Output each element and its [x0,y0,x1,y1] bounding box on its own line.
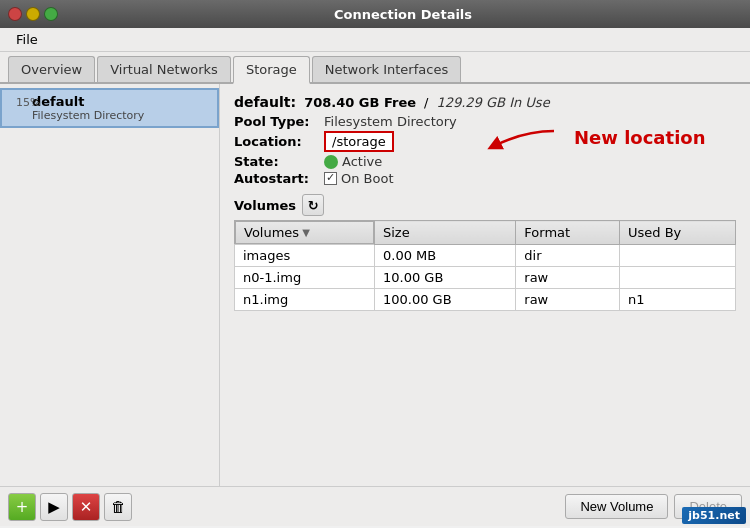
pool-in-use: 129.29 GB In Use [436,95,549,110]
location-row: Location: /storage New location [234,131,736,152]
autostart-label: Autostart: [234,171,324,186]
sidebar-item-default[interactable]: 15% default Filesystem Directory [0,88,219,128]
pool-name-label: default [32,94,144,109]
volume-format: raw [516,289,620,311]
autostart-value: On Boot [341,171,394,186]
col-volumes: Volumes ▼ [235,221,374,244]
col-format: Format [516,221,620,245]
col-size: Size [375,221,516,245]
pool-type-label: Filesystem Directory [32,109,144,122]
volumes-header: Volumes ↻ [234,194,736,216]
volumes-table: Volumes ▼ Size Format Used By images 0.0… [234,220,736,311]
arrow-annotation [464,126,564,166]
volume-size: 0.00 MB [375,245,516,267]
minimize-button[interactable] [26,7,40,21]
stop-pool-button[interactable]: ✕ [72,493,100,521]
volume-name: n0-1.img [235,267,375,289]
state-value: Active [342,154,382,169]
location-value: /storage [332,134,386,149]
volumes-label: Volumes [234,198,296,213]
pool-details-panel: default: 708.40 GB Free / 129.29 GB In U… [220,84,750,486]
window-title: Connection Details [64,7,742,22]
state-label: State: [234,154,324,169]
maximize-button[interactable] [44,7,58,21]
volume-name: n1.img [235,289,375,311]
pool-percent: 15% [16,96,40,109]
watermark: jb51.net [682,507,746,524]
tabs-bar: Overview Virtual Networks Storage Networ… [0,52,750,84]
location-label: Location: [234,134,324,149]
volume-format: raw [516,267,620,289]
sort-arrow-icon: ▼ [302,227,310,238]
table-row[interactable]: n0-1.img 10.00 GB raw [235,267,736,289]
pool-type-value: Filesystem Directory [324,114,457,129]
menubar: File [0,28,750,52]
volume-name: images [235,245,375,267]
titlebar: Connection Details [0,0,750,28]
tab-overview[interactable]: Overview [8,56,95,82]
storage-pool-list: 15% default Filesystem Directory [0,84,220,486]
active-icon [324,155,338,169]
trash-pool-button[interactable]: 🗑 [104,493,132,521]
volume-format: dir [516,245,620,267]
main-content: 15% default Filesystem Directory default… [0,84,750,486]
tab-network-interfaces[interactable]: Network Interfaces [312,56,461,82]
tab-virtual-networks[interactable]: Virtual Networks [97,56,231,82]
window-controls[interactable] [8,7,58,21]
volume-used-by [619,245,735,267]
add-pool-button[interactable]: + [8,493,36,521]
close-button[interactable] [8,7,22,21]
new-volume-button[interactable]: New Volume [565,494,668,519]
volume-used-by [619,267,735,289]
pool-header: default: 708.40 GB Free / 129.29 GB In U… [234,94,736,110]
table-row[interactable]: n1.img 100.00 GB raw n1 [235,289,736,311]
location-value-box: /storage [324,131,394,152]
pool-name: default: [234,94,296,110]
refresh-volumes-button[interactable]: ↻ [302,194,324,216]
pool-type-label: Pool Type: [234,114,324,129]
pool-free: 708.40 GB Free [304,95,416,110]
play-pool-button[interactable]: ▶ [40,493,68,521]
bottom-left-buttons: + ▶ ✕ 🗑 [8,493,132,521]
bottom-bar: + ▶ ✕ 🗑 New Volume Delete [0,486,750,526]
autostart-checkbox[interactable] [324,172,337,185]
volume-size: 10.00 GB [375,267,516,289]
pool-separator: / [424,95,428,110]
tab-storage[interactable]: Storage [233,56,310,84]
autostart-row: Autostart: On Boot [234,171,736,186]
file-menu[interactable]: File [8,30,46,49]
volume-size: 100.00 GB [375,289,516,311]
table-row[interactable]: images 0.00 MB dir [235,245,736,267]
col-used-by: Used By [619,221,735,245]
new-location-annotation: New location [574,127,726,148]
volume-used-by: n1 [619,289,735,311]
